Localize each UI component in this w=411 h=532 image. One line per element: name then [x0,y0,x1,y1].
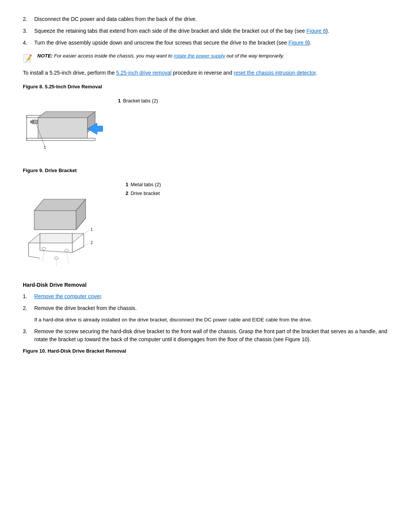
step-num-3: 3. [23,27,34,35]
svg-line-20 [29,256,40,258]
hdd-step-text-1: Remove the computer cover. [34,292,388,300]
hard-disk-heading: Hard-Disk Drive Removal [23,282,388,288]
figure9-section: Figure 9. Drive Bracket [23,168,388,273]
hdd-step-text-2: Remove the drive bracket from the chassi… [34,304,388,312]
figure8-label1: 1 Bracket tabs (2) [118,96,158,105]
step-num-4: 4. [23,39,34,47]
hdd-step-num-1: 1. [23,292,34,300]
svg-point-24 [65,249,68,252]
fig8-label1-num: 1 [118,96,121,105]
note-block: 📝 NOTE: For easier access inside the cha… [23,53,388,63]
hdd-step-num-3: 3. [23,328,34,343]
step-2: 2. Disconnect the DC power and data cabl… [23,15,388,23]
svg-text:1: 1 [91,227,93,232]
hdd-step-text-3: Remove the screw securing the hard-disk … [34,328,388,343]
drive-removal-link[interactable]: 5.25-inch drive removal [116,70,172,76]
svg-rect-7 [30,121,33,123]
svg-line-32 [67,252,68,263]
step-num-2: 2. [23,15,34,23]
figure9-image: 1 2 [23,176,114,273]
figure9-label2: 2 Drive bracket [126,189,161,198]
fig9-label1-num: 1 [126,180,128,189]
svg-point-25 [54,257,58,260]
figure9-area: 1 2 1 Metal tabs (2) 2 Drive bracket [23,176,388,273]
install-line: To install a 5.25-inch drive, perform th… [23,69,388,77]
step-4: 4. Turn the drive assembly upside down a… [23,39,388,47]
figure8-section: Figure 8. 5.25-Inch Drive Removal [23,84,388,158]
hdd-step2-sub: If a hard-disk drive is already installe… [23,316,388,324]
step-text-4: Turn the drive assembly upside down and … [34,39,388,47]
svg-rect-12 [34,211,76,230]
svg-line-18 [40,251,72,252]
svg-line-28 [72,243,89,252]
hdd-step-num-2: 2. [23,304,34,312]
hdd-step-2: 2. Remove the drive bracket from the cha… [23,304,388,312]
note-text: NOTE: For easier access inside the chass… [37,53,284,59]
figure9-caption: Figure 9. Drive Bracket [23,168,388,173]
figure8-labels: 1 Bracket tabs (2) [118,93,158,105]
fig9-label2-num: 2 [126,189,128,198]
fig8-label1-text: Bracket tabs (2) [123,96,158,105]
hdd-step-1: 1. Remove the computer cover. [23,292,388,300]
step-3: 3. Squeeze the retaining tabs that exten… [23,27,388,35]
figure8-image: 1 [23,93,107,158]
svg-marker-15 [29,233,84,243]
hdd-step-3: 3. Remove the screw securing the hard-di… [23,328,388,343]
figure8-area: 1 1 Bracket tabs (2) [23,93,388,158]
note-icon: 📝 [23,54,33,63]
reset-intrusion-link[interactable]: reset the chassis intrusion detector [234,70,316,76]
svg-rect-1 [27,138,95,141]
svg-line-26 [82,230,89,235]
figure8-link[interactable]: Figure 8 [306,28,326,34]
rotate-power-supply-link[interactable]: rotate the power supply [174,53,225,59]
fig9-label1-text: Metal tabs (2) [131,180,161,189]
remove-cover-link[interactable]: Remove the computer cover [34,293,101,299]
figure8-caption: Figure 8. 5.25-Inch Drive Removal [23,84,388,89]
svg-text:2: 2 [91,241,93,245]
svg-point-23 [42,248,46,250]
svg-marker-4 [38,112,95,118]
svg-line-30 [43,250,44,262]
svg-text:1: 1 [44,145,46,150]
step-text-2: Disconnect the DC power and data cables … [34,15,388,23]
note-label: NOTE: [37,53,53,59]
step-text-3: Squeeze the retaining tabs that extend f… [34,27,388,35]
figure9-link-inline[interactable]: Figure 9 [288,40,308,46]
figure9-labels: 1 Metal tabs (2) 2 Drive bracket [126,176,161,198]
figure10-caption: Figure 10. Hard-Disk Drive Bracket Remov… [23,348,388,354]
fig9-label2-text: Drive bracket [131,189,160,198]
svg-rect-3 [38,118,88,138]
figure9-label1: 1 Metal tabs (2) [126,180,161,189]
